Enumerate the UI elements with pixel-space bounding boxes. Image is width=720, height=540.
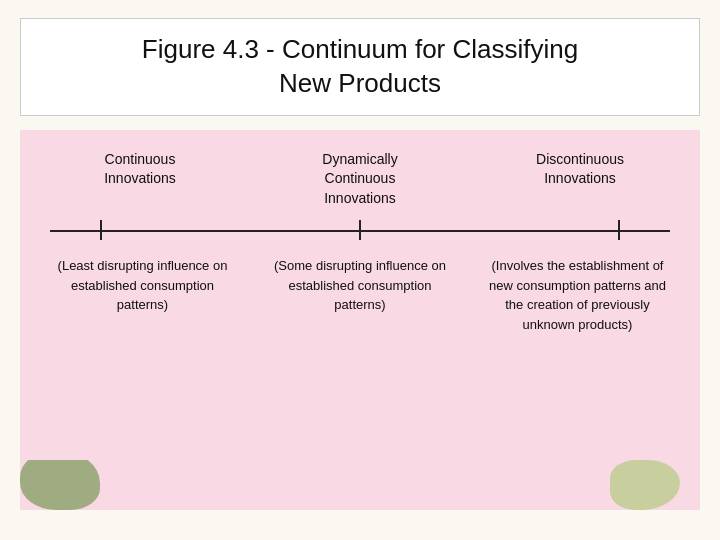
diagram-area: Continuous Innovations Dynamically Conti… bbox=[20, 130, 700, 510]
labels-row: Continuous Innovations Dynamically Conti… bbox=[30, 150, 690, 209]
title-line1: Figure 4.3 - Continuum for Classifying bbox=[142, 34, 578, 64]
label-continuous: Continuous Innovations bbox=[50, 150, 230, 209]
title-line2: New Products bbox=[279, 68, 441, 98]
descriptions-row: (Least disrupting influence on establish… bbox=[30, 240, 690, 334]
tick-right bbox=[618, 220, 620, 240]
bottom-decoration bbox=[20, 460, 700, 510]
figure-title: Figure 4.3 - Continuum for Classifying N… bbox=[41, 33, 679, 101]
desc-discontinuous: (Involves the establishment of new consu… bbox=[485, 256, 670, 334]
continuum-line bbox=[50, 220, 670, 240]
title-box: Figure 4.3 - Continuum for Classifying N… bbox=[20, 18, 700, 116]
label-dynamically-continuous: Dynamically Continuous Innovations bbox=[270, 150, 450, 209]
blob-right bbox=[610, 460, 680, 510]
desc-dynamically-continuous: (Some disrupting influence on establishe… bbox=[268, 256, 453, 334]
tick-left bbox=[100, 220, 102, 240]
tick-center bbox=[359, 220, 361, 240]
desc-continuous: (Least disrupting influence on establish… bbox=[50, 256, 235, 334]
blob-left bbox=[20, 460, 100, 510]
label-discontinuous: Discontinuous Innovations bbox=[490, 150, 670, 209]
